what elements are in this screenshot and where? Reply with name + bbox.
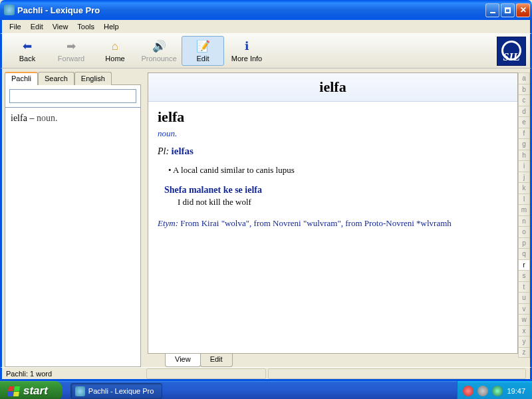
menu-tools[interactable]: Tools (72, 21, 99, 32)
forward-button[interactable]: ➡ Forward (50, 36, 92, 66)
edit-button[interactable]: 📝 Edit (182, 36, 224, 66)
alpha-j[interactable]: j (518, 172, 530, 183)
clock[interactable]: 19:47 (507, 387, 525, 395)
toolbar: ⬅ Back ➡ Forward ⌂ Home 🔊 Pronounce 📝 Ed… (0, 33, 532, 68)
status-wordcount: Pachli: 1 word (6, 368, 144, 379)
alpha-b[interactable]: b (518, 84, 530, 95)
taskbar-app[interactable]: Pachli - Lexique Pro (70, 383, 162, 399)
sidebar-tabs: Pachli Search English (5, 71, 141, 84)
tray-icon[interactable] (477, 386, 488, 396)
alpha-f[interactable]: f (518, 128, 530, 139)
alpha-h[interactable]: h (518, 150, 530, 161)
back-arrow-icon: ⬅ (23, 40, 32, 53)
entry-header: ielfa (148, 73, 517, 102)
menu-file[interactable]: File (5, 21, 26, 32)
windows-logo-icon (7, 386, 20, 396)
alpha-u[interactable]: u (518, 292, 530, 303)
alpha-d[interactable]: d (518, 106, 530, 117)
alpha-a[interactable]: a (518, 72, 530, 84)
bottom-tab-view[interactable]: View (165, 354, 201, 367)
entry-pane: ielfa ielfa noun. Pl: ielfas • A local c… (148, 72, 518, 354)
forward-arrow-icon: ➡ (66, 40, 76, 53)
alpha-s[interactable]: s (518, 270, 530, 281)
alpha-v[interactable]: v (518, 303, 530, 315)
part-of-speech: noun. (158, 128, 508, 139)
alpha-t[interactable]: t (518, 281, 530, 293)
menu-help[interactable]: Help (99, 21, 124, 32)
tab-pachli[interactable]: Pachli (5, 72, 38, 85)
alpha-p[interactable]: p (518, 237, 530, 249)
window-title: Pachli - Lexique Pro (17, 5, 485, 15)
info-icon: ℹ (245, 40, 249, 53)
headword: ielfa (158, 108, 508, 126)
alpha-x[interactable]: x (518, 325, 530, 336)
alpha-g[interactable]: g (518, 138, 530, 150)
alphabet-bar: abcdefghijklmnopqrstuvwxyz (518, 68, 530, 367)
alpha-y[interactable]: y (518, 336, 530, 347)
bottom-tabs: View Edit (148, 354, 518, 367)
speaker-icon: 🔊 (152, 40, 166, 53)
search-input[interactable] (9, 89, 136, 103)
app-icon (75, 386, 85, 396)
definition: • A local canid similar to canis lupus (168, 165, 508, 176)
tray-icon[interactable] (492, 386, 503, 396)
alpha-o[interactable]: o (518, 226, 530, 237)
alpha-c[interactable]: c (518, 94, 530, 106)
plural-line: Pl: ielfas (158, 146, 508, 157)
alpha-k[interactable]: k (518, 182, 530, 194)
left-pane: Pachli Search English ielfa – noun. (2, 68, 144, 367)
alpha-q[interactable]: q (518, 248, 530, 259)
back-button[interactable]: ⬅ Back (6, 36, 49, 66)
titlebar[interactable]: Pachli - Lexique Pro ✕ (0, 0, 532, 20)
word-list[interactable]: ielfa – noun. (5, 110, 140, 366)
list-item[interactable]: ielfa – noun. (11, 113, 57, 123)
tab-search[interactable]: Search (38, 72, 74, 85)
alpha-n[interactable]: n (518, 215, 530, 227)
alpha-r[interactable]: r (518, 259, 530, 271)
bottom-tab-edit[interactable]: Edit (200, 354, 233, 367)
app-icon (4, 5, 15, 15)
home-button[interactable]: ⌂ Home (94, 36, 136, 66)
menu-edit[interactable]: Edit (26, 21, 48, 32)
taskbar: start Pachli - Lexique Pro 19:47 (0, 381, 532, 399)
alpha-m[interactable]: m (518, 204, 530, 215)
maximize-button[interactable] (501, 3, 515, 17)
alpha-i[interactable]: i (518, 160, 530, 172)
minimize-button[interactable] (485, 3, 499, 17)
statusbar: Pachli: 1 word (0, 367, 532, 381)
system-tray[interactable]: 19:47 (457, 381, 532, 399)
close-button[interactable]: ✕ (516, 3, 530, 17)
alpha-l[interactable]: l (518, 194, 530, 205)
alpha-w[interactable]: w (518, 314, 530, 325)
edit-icon: 📝 (196, 40, 210, 53)
moreinfo-button[interactable]: ℹ More Info (225, 36, 268, 66)
menu-view[interactable]: View (48, 21, 73, 32)
example: Shefa malanet ke se ielfa I did not kill… (164, 185, 508, 207)
home-icon: ⌂ (112, 40, 118, 53)
sil-logo: SIL (497, 37, 526, 66)
menubar: File Edit View Tools Help (0, 20, 532, 33)
pronounce-button[interactable]: 🔊 Pronounce (138, 36, 180, 66)
etymology: Etym: From Kirai "wolva", from Novreni "… (158, 218, 508, 229)
alpha-e[interactable]: e (518, 116, 530, 128)
tray-icon[interactable] (463, 386, 473, 396)
alpha-z[interactable]: z (518, 347, 530, 358)
tab-english[interactable]: English (74, 72, 112, 85)
start-button[interactable]: start (0, 381, 63, 399)
